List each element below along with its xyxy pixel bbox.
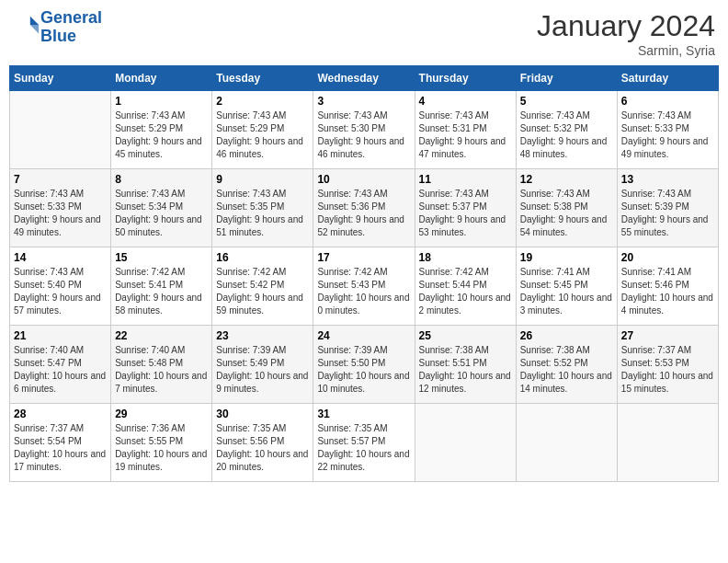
calendar-cell: 10 Sunrise: 7:43 AM Sunset: 5:36 PM Dayl… — [313, 169, 415, 247]
day-info: Sunrise: 7:43 AM Sunset: 5:30 PM Dayligh… — [317, 109, 410, 161]
daylight-label: Daylight: 10 hours and 2 minutes. — [419, 293, 511, 316]
calendar-cell: 9 Sunrise: 7:43 AM Sunset: 5:35 PM Dayli… — [212, 169, 313, 247]
sunset-label: Sunset: 5:33 PM — [14, 201, 82, 212]
daylight-label: Daylight: 9 hours and 59 minutes. — [216, 293, 303, 316]
day-info: Sunrise: 7:42 AM Sunset: 5:41 PM Dayligh… — [115, 266, 208, 317]
daylight-label: Daylight: 10 hours and 15 minutes. — [621, 371, 713, 394]
day-number: 19 — [520, 251, 613, 264]
sunset-label: Sunset: 5:52 PM — [520, 358, 588, 368]
sunset-label: Sunset: 5:43 PM — [317, 280, 385, 290]
calendar-cell: 25 Sunrise: 7:38 AM Sunset: 5:51 PM Dayl… — [415, 326, 516, 404]
daylight-label: Daylight: 9 hours and 53 minutes. — [419, 214, 506, 237]
day-info: Sunrise: 7:36 AM Sunset: 5:55 PM Dayligh… — [115, 422, 208, 474]
calendar-cell: 6 Sunrise: 7:43 AM Sunset: 5:33 PM Dayli… — [617, 91, 718, 169]
logo: GeneralBlue — [13, 9, 102, 46]
calendar-table: SundayMondayTuesdayWednesdayThursdayFrid… — [9, 65, 719, 482]
day-number: 1 — [115, 95, 208, 108]
sunset-label: Sunset: 5:54 PM — [14, 436, 82, 446]
sunrise-label: Sunrise: 7:42 AM — [115, 267, 185, 277]
calendar-cell — [617, 404, 718, 482]
sunset-label: Sunset: 5:30 PM — [317, 123, 385, 133]
sunrise-label: Sunrise: 7:43 AM — [419, 110, 489, 121]
day-info: Sunrise: 7:43 AM Sunset: 5:34 PM Dayligh… — [115, 188, 208, 239]
calendar-cell: 11 Sunrise: 7:43 AM Sunset: 5:37 PM Dayl… — [415, 169, 516, 247]
daylight-label: Daylight: 9 hours and 47 minutes. — [419, 136, 506, 159]
daylight-label: Daylight: 9 hours and 48 minutes. — [520, 136, 608, 159]
day-number: 7 — [14, 173, 107, 186]
day-info: Sunrise: 7:35 AM Sunset: 5:57 PM Dayligh… — [317, 422, 410, 474]
daylight-label: Daylight: 9 hours and 45 minutes. — [115, 136, 202, 159]
day-number: 6 — [621, 95, 714, 108]
sunset-label: Sunset: 5:31 PM — [419, 123, 487, 133]
sunset-label: Sunset: 5:57 PM — [317, 436, 385, 446]
calendar-cell: 28 Sunrise: 7:37 AM Sunset: 5:54 PM Dayl… — [10, 404, 111, 482]
sunrise-label: Sunrise: 7:43 AM — [317, 110, 387, 121]
calendar-cell: 5 Sunrise: 7:43 AM Sunset: 5:32 PM Dayli… — [516, 91, 617, 169]
weekday-header-monday: Monday — [111, 66, 212, 91]
sunrise-label: Sunrise: 7:43 AM — [216, 110, 286, 121]
calendar-cell: 18 Sunrise: 7:42 AM Sunset: 5:44 PM Dayl… — [415, 247, 516, 326]
sunset-label: Sunset: 5:51 PM — [419, 358, 487, 368]
calendar-cell: 27 Sunrise: 7:37 AM Sunset: 5:53 PM Dayl… — [617, 326, 718, 404]
sunrise-label: Sunrise: 7:43 AM — [317, 189, 387, 199]
daylight-label: Daylight: 9 hours and 55 minutes. — [621, 214, 709, 237]
daylight-label: Daylight: 10 hours and 12 minutes. — [419, 371, 511, 394]
calendar-cell: 7 Sunrise: 7:43 AM Sunset: 5:33 PM Dayli… — [10, 169, 111, 247]
calendar-week-2: 7 Sunrise: 7:43 AM Sunset: 5:33 PM Dayli… — [10, 169, 719, 247]
sunset-label: Sunset: 5:47 PM — [14, 358, 82, 368]
calendar-cell: 12 Sunrise: 7:43 AM Sunset: 5:38 PM Dayl… — [516, 169, 617, 247]
sunrise-label: Sunrise: 7:41 AM — [621, 267, 691, 277]
day-info: Sunrise: 7:43 AM Sunset: 5:33 PM Dayligh… — [14, 188, 107, 239]
day-number: 9 — [216, 173, 309, 186]
day-number: 22 — [115, 329, 208, 342]
svg-marker-0 — [30, 17, 39, 25]
day-number: 16 — [216, 251, 309, 264]
day-info: Sunrise: 7:38 AM Sunset: 5:52 PM Dayligh… — [520, 344, 613, 396]
day-number: 14 — [14, 251, 107, 264]
calendar-cell: 29 Sunrise: 7:36 AM Sunset: 5:55 PM Dayl… — [111, 404, 212, 482]
sunrise-label: Sunrise: 7:39 AM — [317, 345, 387, 355]
daylight-label: Daylight: 10 hours and 4 minutes. — [621, 293, 713, 316]
day-number: 11 — [419, 173, 512, 186]
day-info: Sunrise: 7:43 AM Sunset: 5:37 PM Dayligh… — [419, 188, 512, 239]
calendar-cell: 30 Sunrise: 7:35 AM Sunset: 5:56 PM Dayl… — [212, 404, 313, 482]
weekday-header-saturday: Saturday — [617, 66, 718, 91]
logo-icon — [15, 13, 40, 39]
sunrise-label: Sunrise: 7:39 AM — [216, 345, 286, 355]
day-info: Sunrise: 7:42 AM Sunset: 5:42 PM Dayligh… — [216, 266, 309, 317]
daylight-label: Daylight: 10 hours and 10 minutes. — [317, 371, 409, 394]
sunrise-label: Sunrise: 7:42 AM — [317, 267, 387, 277]
sunrise-label: Sunrise: 7:41 AM — [520, 267, 590, 277]
sunrise-label: Sunrise: 7:43 AM — [520, 110, 590, 121]
sunrise-label: Sunrise: 7:43 AM — [216, 189, 286, 199]
sunset-label: Sunset: 5:46 PM — [621, 280, 689, 290]
daylight-label: Daylight: 9 hours and 54 minutes. — [520, 214, 608, 237]
sunrise-label: Sunrise: 7:37 AM — [14, 423, 84, 433]
day-info: Sunrise: 7:43 AM Sunset: 5:36 PM Dayligh… — [317, 188, 410, 239]
sunset-label: Sunset: 5:56 PM — [216, 436, 284, 446]
day-info: Sunrise: 7:39 AM Sunset: 5:49 PM Dayligh… — [216, 344, 309, 396]
calendar-cell — [516, 404, 617, 482]
sunset-label: Sunset: 5:36 PM — [317, 201, 385, 212]
day-info: Sunrise: 7:43 AM Sunset: 5:29 PM Dayligh… — [115, 109, 208, 161]
day-info: Sunrise: 7:37 AM Sunset: 5:53 PM Dayligh… — [621, 344, 714, 396]
calendar-week-3: 14 Sunrise: 7:43 AM Sunset: 5:40 PM Dayl… — [10, 247, 719, 326]
day-number: 15 — [115, 251, 208, 264]
day-info: Sunrise: 7:43 AM Sunset: 5:38 PM Dayligh… — [520, 188, 613, 239]
sunset-label: Sunset: 5:29 PM — [115, 123, 183, 133]
sunset-label: Sunset: 5:33 PM — [621, 123, 689, 133]
day-info: Sunrise: 7:35 AM Sunset: 5:56 PM Dayligh… — [216, 422, 309, 474]
calendar-cell: 4 Sunrise: 7:43 AM Sunset: 5:31 PM Dayli… — [415, 91, 516, 169]
daylight-label: Daylight: 9 hours and 46 minutes. — [317, 136, 404, 159]
calendar-cell: 22 Sunrise: 7:40 AM Sunset: 5:48 PM Dayl… — [111, 326, 212, 404]
calendar-cell: 21 Sunrise: 7:40 AM Sunset: 5:47 PM Dayl… — [10, 326, 111, 404]
calendar-cell: 16 Sunrise: 7:42 AM Sunset: 5:42 PM Dayl… — [212, 247, 313, 326]
weekday-header-tuesday: Tuesday — [212, 66, 313, 91]
day-number: 18 — [419, 251, 512, 264]
daylight-label: Daylight: 9 hours and 58 minutes. — [115, 293, 202, 316]
calendar-cell: 23 Sunrise: 7:39 AM Sunset: 5:49 PM Dayl… — [212, 326, 313, 404]
calendar-week-1: 1 Sunrise: 7:43 AM Sunset: 5:29 PM Dayli… — [10, 91, 719, 169]
sunrise-label: Sunrise: 7:43 AM — [419, 189, 489, 199]
daylight-label: Daylight: 10 hours and 0 minutes. — [317, 293, 409, 316]
day-info: Sunrise: 7:42 AM Sunset: 5:44 PM Dayligh… — [419, 266, 512, 317]
